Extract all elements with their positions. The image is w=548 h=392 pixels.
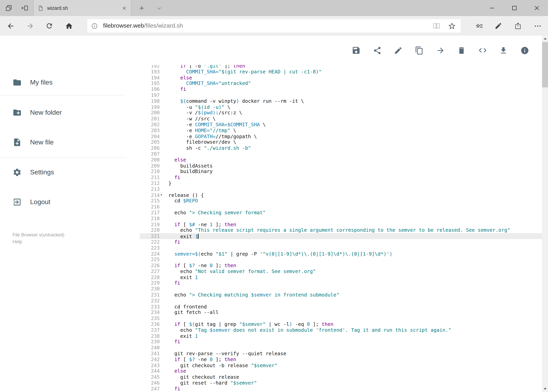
window-maximize-button[interactable] — [503, 0, 526, 16]
scroll-up-button[interactable] — [542, 36, 548, 42]
code-line[interactable]: 195 COMMIT_SHA="untracked" — [140, 81, 542, 86]
sidebar-item-logout[interactable]: Logout — [0, 192, 140, 213]
code-line[interactable]: 235 — [140, 315, 542, 321]
code-line[interactable]: 194 else — [140, 75, 542, 81]
set-tabs-aside-button[interactable] — [19, 2, 31, 14]
code-line[interactable]: 193 COMMIT_SHA="$(git rev-parse HEAD | c… — [140, 69, 542, 75]
code-line[interactable]: 245 git checkout release — [140, 374, 542, 380]
new-tab-button[interactable] — [136, 2, 147, 14]
back-button[interactable] — [4, 19, 17, 33]
code-line[interactable]: 227 echo "Not valid semver format. See s… — [140, 268, 542, 274]
share-button[interactable] — [372, 45, 382, 55]
code-line[interactable]: 222 fi — [140, 239, 542, 245]
url-text[interactable]: filebrowser.web/files/wizard.sh — [103, 22, 183, 29]
info-button[interactable] — [520, 45, 529, 55]
code-line[interactable]: 211 fi — [140, 175, 542, 181]
code-line[interactable]: 234 git fetch --all — [140, 310, 542, 315]
copy-button[interactable] — [414, 45, 424, 55]
forward-button[interactable] — [23, 19, 37, 33]
code-line[interactable]: 212} — [140, 181, 542, 186]
code-line[interactable]: 230 — [140, 286, 542, 292]
code-line[interactable]: 233 cd frontend — [140, 304, 542, 310]
help-link[interactable]: Help — [13, 238, 64, 245]
sidebar-item-new-folder[interactable]: New folder — [0, 102, 140, 123]
tab-preview-button[interactable] — [3, 2, 15, 14]
code-line[interactable]: 231 echo "> Checking matching $semver in… — [140, 292, 542, 298]
code-line[interactable]: 198 $(command -v winpty) docker run --rm… — [140, 98, 542, 104]
vertical-scrollbar[interactable] — [542, 36, 548, 392]
code-line[interactable]: 225 — [140, 257, 542, 263]
address-bar[interactable]: filebrowser.web/files/wizard.sh — [87, 19, 461, 33]
code-line[interactable]: 205 filebrowser/dev \ — [140, 139, 542, 145]
sidebar-item-settings[interactable]: Settings — [0, 162, 140, 183]
code-line[interactable]: 219 if [ $# -ne 1 ]; then — [140, 222, 542, 227]
code-line[interactable]: 223 — [140, 245, 542, 251]
raw-code-button[interactable] — [478, 45, 487, 55]
code-line[interactable]: 240 — [140, 345, 542, 351]
share-page-button[interactable] — [511, 19, 525, 33]
code-line[interactable]: 218 — [140, 216, 542, 222]
code-line[interactable]: 239 fi — [140, 339, 542, 345]
code-line[interactable]: 208 else — [140, 157, 542, 163]
window-close-button[interactable] — [526, 0, 548, 16]
browser-tab[interactable]: wizard.sh — [33, 0, 132, 16]
rename-button[interactable] — [393, 45, 403, 55]
code-line[interactable]: 207 — [140, 151, 542, 157]
download-button[interactable] — [499, 45, 508, 55]
code-line[interactable]: 229 fi — [140, 280, 542, 286]
code-line[interactable]: 200 -v /$(pwd):/src:z \ — [140, 110, 542, 116]
sidebar-item-new-file[interactable]: New file — [0, 132, 140, 153]
code-line[interactable]: 197 — [140, 92, 542, 98]
code-line[interactable]: 213 — [140, 186, 542, 192]
tab-list-dropdown-button[interactable] — [153, 2, 165, 14]
code-line[interactable]: 224 semver=$(echo "$1" | grep -P '^v(0|[… — [140, 251, 542, 257]
code-line[interactable]: 241 git rev-parse --verify --quiet relea… — [140, 351, 542, 357]
code-line[interactable]: 246 git reset --hard "$semver" — [140, 380, 542, 386]
code-line[interactable]: 242 if [ $? -ne 0 ]; then — [140, 357, 542, 363]
code-line[interactable]: 216 — [140, 204, 542, 210]
home-button[interactable] — [62, 19, 76, 33]
code-line[interactable]: 201 -w //src \ — [140, 116, 542, 122]
window-minimize-button[interactable] — [481, 0, 503, 16]
code-line[interactable]: 196 fi — [140, 86, 542, 92]
annotate-button[interactable] — [492, 19, 505, 33]
code-line[interactable]: 203 -e HOME="//tmp" \ — [140, 128, 542, 133]
code-line[interactable]: 206 sh -c "./wizard.sh -b" — [140, 145, 542, 151]
code-line[interactable]: 237 echo "Tag $semver does not exist in … — [140, 327, 542, 333]
refresh-button[interactable] — [42, 19, 56, 33]
line-number: 192 — [140, 65, 165, 69]
code-line[interactable]: 214▾release () { — [140, 192, 542, 198]
scrollbar-thumb[interactable] — [542, 42, 548, 87]
reading-view-icon[interactable] — [433, 22, 440, 30]
code-line[interactable]: 238 exit 1 — [140, 333, 542, 339]
code-line[interactable]: 221 exit 1 — [140, 233, 542, 239]
code-line[interactable]: 199 -u "$(id -u)" \ — [140, 104, 542, 110]
favorites-hub-button[interactable] — [472, 19, 486, 33]
delete-button[interactable] — [457, 45, 466, 55]
favorite-star-icon[interactable] — [448, 22, 456, 30]
code-line[interactable]: 215 cd $REPO — [140, 198, 542, 204]
fold-marker-icon[interactable]: ▾ — [160, 192, 162, 198]
code-line[interactable]: 226 if [ $? -ne 0 ]; then — [140, 263, 542, 268]
code-line[interactable]: 202 -e COMMIT_SHA=$COMMIT_SHA \ — [140, 122, 542, 128]
code-line[interactable]: 228 exit 1 — [140, 274, 542, 280]
code-line[interactable]: 204 -e GOPATH=//tmp/gopath \ — [140, 133, 542, 139]
code-line[interactable]: 220 echo "This release script requires a… — [140, 227, 542, 233]
code-line[interactable]: 209 buildAssets — [140, 163, 542, 169]
code-line[interactable]: 192 if [ -d ".git" ]; then — [140, 65, 542, 69]
code-line[interactable]: 210 buildBinary — [140, 169, 542, 175]
code-line[interactable]: 232 — [140, 298, 542, 304]
code-line[interactable]: 217 echo "> Checking semver format" — [140, 210, 542, 216]
scroll-down-button[interactable] — [542, 386, 548, 392]
move-button[interactable] — [436, 45, 445, 55]
code-line[interactable]: 247 fi — [140, 386, 542, 392]
code-editor[interactable]: 192 if [ -d ".git" ]; then193 COMMIT_SHA… — [140, 65, 542, 392]
site-info-icon[interactable] — [91, 22, 98, 29]
code-line[interactable]: 243 git checkout -b release "$semver" — [140, 363, 542, 368]
save-button[interactable] — [351, 45, 361, 55]
code-line[interactable]: 244 else — [140, 368, 542, 374]
tab-close-icon[interactable] — [122, 6, 127, 11]
code-line[interactable]: 236 if [ $(git tag | grep "$semver" | wc… — [140, 321, 542, 327]
browser-menu-button[interactable] — [531, 19, 544, 33]
sidebar-item-my-files[interactable]: My files — [0, 72, 140, 93]
